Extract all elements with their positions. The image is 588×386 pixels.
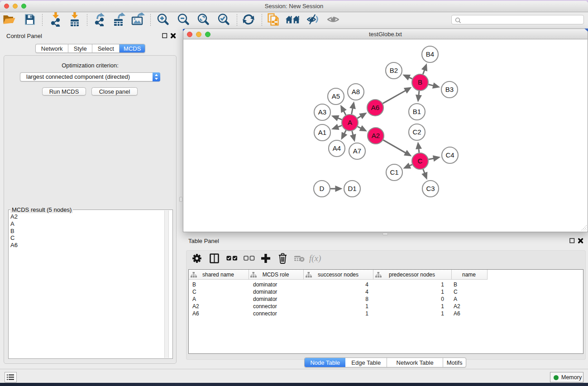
svg-text:C1: C1 [390, 168, 398, 176]
svg-text:B3: B3 [445, 86, 454, 93]
svg-text:C4: C4 [445, 151, 454, 159]
svg-text:B: B [418, 78, 422, 86]
svg-text:C2: C2 [412, 128, 421, 136]
svg-text:A8: A8 [352, 88, 360, 95]
svg-text:A3: A3 [318, 108, 326, 116]
svg-text:A4: A4 [333, 144, 341, 152]
svg-text:A: A [348, 119, 352, 126]
svg-text:A7: A7 [353, 147, 361, 155]
svg-text:B2: B2 [390, 67, 398, 74]
svg-text:D: D [320, 185, 325, 192]
svg-text:A1: A1 [318, 129, 326, 136]
svg-text:A5: A5 [332, 92, 340, 100]
svg-text:C3: C3 [426, 185, 435, 192]
svg-text:B4: B4 [426, 50, 434, 58]
svg-text:D1: D1 [348, 185, 356, 192]
svg-text:C: C [418, 157, 423, 165]
svg-text:A2: A2 [372, 132, 380, 139]
svg-text:A6: A6 [371, 104, 379, 111]
svg-text:B1: B1 [413, 108, 421, 115]
